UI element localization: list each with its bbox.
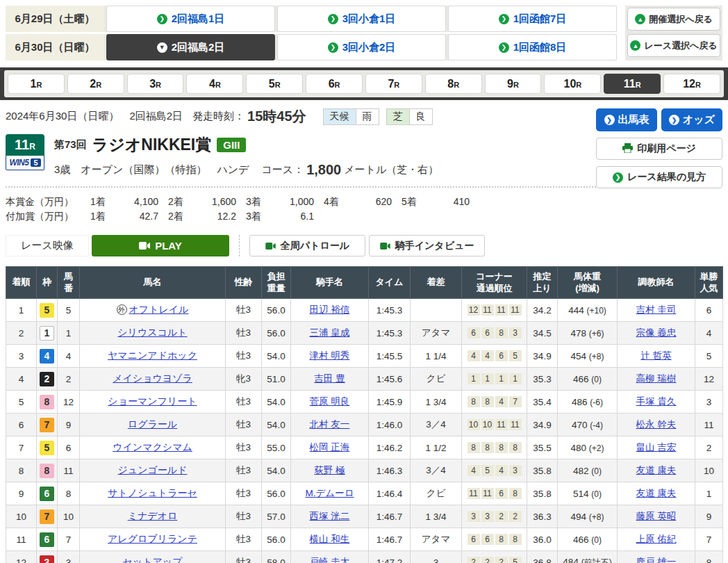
win5-badge: WIN5 5 xyxy=(6,156,44,170)
margin: 3 xyxy=(411,551,462,563)
result-row: 155外オフトレイル牡356.0田辺 裕信1:45.31211111134.24… xyxy=(6,299,723,322)
jockey-interview-button[interactable]: 騎手インタビュー xyxy=(369,235,485,256)
results-header-cell: 単勝 人気 xyxy=(695,267,723,299)
win-popularity: 8 xyxy=(695,551,723,563)
jockey-link[interactable]: 荻野 極 xyxy=(314,465,345,475)
jockey-cell: 吉田 豊 xyxy=(291,368,369,391)
trainer-link[interactable]: 畠山 吉宏 xyxy=(636,442,677,452)
trainer-link[interactable]: 松永 幹夫 xyxy=(636,419,677,430)
jockey-link[interactable]: 田辺 裕信 xyxy=(310,304,350,315)
trainer-link[interactable]: 辻 哲英 xyxy=(640,350,671,361)
trainer-link[interactable]: 高柳 瑞樹 xyxy=(636,373,677,384)
corner-position: 6 xyxy=(481,534,494,545)
last-3f-time: 35.8 xyxy=(527,459,558,482)
race-tab-1r[interactable]: 1R xyxy=(8,74,65,94)
jockey-link[interactable]: 三浦 皇成 xyxy=(310,327,350,338)
jockey-link[interactable]: 菅原 明良 xyxy=(310,396,350,407)
body-weight-cell: 494 (+8) xyxy=(558,505,618,528)
horse-name-link[interactable]: アレグロブリランテ xyxy=(108,533,197,544)
results-header-cell: 着差 xyxy=(411,267,462,299)
extra-prize-label: 付加賞（万円） xyxy=(6,209,81,224)
race-tab-12r[interactable]: 12R xyxy=(663,74,720,94)
prize-item: 2着1,600 xyxy=(158,195,236,209)
course-unit: メートル（芝・右） xyxy=(344,163,438,177)
jockey-link[interactable]: 西塚 洸二 xyxy=(310,511,350,521)
trainer-link[interactable]: 吉村 圭司 xyxy=(636,304,677,315)
race-tab-3r[interactable]: 3R xyxy=(127,74,184,94)
horse-name-link[interactable]: ジュンゴールド xyxy=(118,464,188,475)
jockey-link[interactable]: 戸崎 圭太 xyxy=(310,557,350,563)
horse-number: 10 xyxy=(58,505,80,528)
printer-icon xyxy=(622,143,633,155)
race-tab-11r[interactable]: 11R xyxy=(604,74,661,94)
horse-name-link[interactable]: ログラール xyxy=(128,418,177,430)
body-weight: 484 xyxy=(563,557,581,563)
race-tab-5r[interactable]: 5R xyxy=(246,74,303,94)
back-to-race-select-button[interactable]: ▲レース選択へ戻る xyxy=(627,34,720,57)
race-tab-2r[interactable]: 2R xyxy=(67,74,124,94)
trainer-link[interactable]: 藤原 英昭 xyxy=(636,511,677,521)
print-page-button[interactable]: 印刷用ページ xyxy=(596,138,722,160)
race-date-line: 2024年6月30日（日曜） 2回福島2日 発走時刻： 15時45分 天候 雨 … xyxy=(6,107,596,126)
venue-link[interactable]: ❯3回小倉1日 xyxy=(277,6,446,32)
corner-positions-cell: 4543 xyxy=(462,459,527,482)
horse-name-link[interactable]: ウインマクシマム xyxy=(113,441,192,452)
race-tab-10r[interactable]: 10R xyxy=(544,74,601,94)
race-tab-8r[interactable]: 8R xyxy=(425,74,482,94)
horse-name-link[interactable]: ヤマニンアドホック xyxy=(108,350,197,361)
horse-name-link[interactable]: シリウスコルト xyxy=(117,327,187,338)
jockey-link[interactable]: 北村 友一 xyxy=(310,419,350,430)
results-header-cell: 馬名 xyxy=(80,267,226,299)
horse-name-link[interactable]: オフトレイル xyxy=(129,304,189,315)
venue-link[interactable]: ❯1回函館8日 xyxy=(448,34,617,60)
trainer-cell: 鹿戸 雄一 xyxy=(618,551,695,563)
race-tab-suffix: R xyxy=(275,81,281,89)
jockey-link[interactable]: 松岡 正海 xyxy=(310,442,350,452)
jockey-link[interactable]: 吉田 豊 xyxy=(314,373,345,384)
entries-button[interactable]: ❯ 出馬表 xyxy=(596,108,657,131)
horse-name-link[interactable]: サトノシュトラーセ xyxy=(108,487,197,498)
race-tab-6r[interactable]: 6R xyxy=(306,74,363,94)
last-3f-time: 36.8 xyxy=(527,551,558,563)
sex-age: 牡3 xyxy=(226,459,262,482)
corner-position: 8 xyxy=(495,534,508,545)
race-tab-9r[interactable]: 9R xyxy=(485,74,542,94)
horse-name-link[interactable]: メイショウヨゾラ xyxy=(113,373,192,384)
odds-button[interactable]: ❯ オッズ xyxy=(661,108,722,131)
results-guide-button[interactable]: ❯ レース結果の見方 xyxy=(596,166,722,188)
horse-name-link[interactable]: ミナデオロ xyxy=(128,510,178,521)
win-popularity: 2 xyxy=(695,436,723,459)
venue-link[interactable]: ❯2回福島1日 xyxy=(106,6,275,32)
trainer-link[interactable]: 友道 康夫 xyxy=(636,488,677,498)
trainer-link[interactable]: 宗像 義忠 xyxy=(636,327,677,338)
prize-item: 3着1,000 xyxy=(236,195,314,209)
race-tab-4r[interactable]: 4R xyxy=(186,74,243,94)
trainer-link[interactable]: 鹿戸 雄一 xyxy=(636,557,677,563)
venue-link-label: 2回福島2日 xyxy=(172,41,225,54)
chevron-right-circle-icon: ❯ xyxy=(499,42,509,53)
race-tab-7r[interactable]: 7R xyxy=(365,74,422,94)
corner-position: 7 xyxy=(509,396,522,407)
trainer-link[interactable]: 友道 康夫 xyxy=(636,465,677,475)
bracket-number-badge: 7 xyxy=(40,418,54,432)
horse-name-link[interactable]: ショーマンフリート xyxy=(108,395,197,407)
play-button[interactable]: PLAY xyxy=(92,235,229,256)
horse-name-link[interactable]: セットアップ xyxy=(123,556,183,563)
result-row: 1167アレグロブリランテ牡356.0横山 和生1:46.7アタマ668836.… xyxy=(6,528,723,551)
venue-link[interactable]: ❯1回函館7日 xyxy=(448,6,617,32)
patrol-video-button[interactable]: 全周パトロール xyxy=(249,235,365,256)
trainer-link[interactable]: 手塚 貴久 xyxy=(636,396,677,407)
prize-place: 3着 xyxy=(246,209,275,224)
back-to-meeting-button[interactable]: ▲開催選択へ戻る xyxy=(627,8,720,31)
venue-link[interactable]: ❯3回小倉2日 xyxy=(277,34,446,60)
corner-position: 3 xyxy=(481,511,494,522)
trainer-link[interactable]: 上原 佑紀 xyxy=(636,534,677,544)
results-table-section: 着順枠馬 番馬名性齢負担 重量騎手名タイム着差コーナー 通過順位推定 上り馬体重… xyxy=(0,256,728,563)
venue-link[interactable]: ▼2回福島2日 xyxy=(106,34,275,60)
foreign-bred-mark: 外 xyxy=(117,304,127,315)
corner-position: 8 xyxy=(481,442,494,453)
jockey-link[interactable]: 横山 和生 xyxy=(310,534,350,544)
jockey-link[interactable]: M.デムーロ xyxy=(306,488,354,498)
jockey-link[interactable]: 津村 明秀 xyxy=(310,350,350,361)
carried-weight: 54.0 xyxy=(262,459,291,482)
